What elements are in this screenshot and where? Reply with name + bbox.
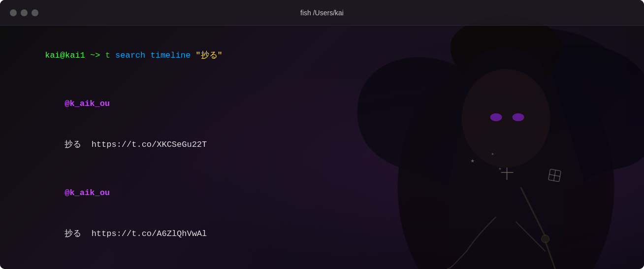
result-user-2: @k_aik_ou <box>64 188 110 198</box>
terminal-content[interactable]: kai@kai1 ~> t search timeline "抄る" @k_ai… <box>0 26 644 269</box>
prompt-user-1: kai@kai1 <box>45 51 85 60</box>
command-line-1: kai@kai1 ~> t search timeline "抄る" <box>15 35 629 76</box>
cmd-query: "抄る" <box>191 51 223 60</box>
minimize-button[interactable] <box>21 9 28 16</box>
cmd-search: search <box>110 51 145 60</box>
result-line-1: 抄る https://t.co/XKCSeGu22T <box>15 125 629 165</box>
window-title: fish /Users/kai <box>300 9 344 17</box>
prompt-arrow-1: ~> <box>85 51 105 60</box>
result-username-1: @k_aik_ou <box>15 84 629 124</box>
result-line-2: 抄る https://t.co/A6ZlQhVwAl <box>15 214 629 254</box>
terminal-window: ★ ★ ★ fish /Users/kai kai@kai1 ~> t sear… <box>0 0 644 269</box>
maximize-button[interactable] <box>32 9 38 16</box>
spacer-1 <box>15 77 629 84</box>
cmd-timeline: timeline <box>145 51 191 60</box>
spacer-2 <box>15 166 629 173</box>
result-url-1-link: https://t.co/XKCSeGu22T <box>92 140 207 149</box>
traffic-lights <box>10 9 38 16</box>
result-url-2 <box>81 229 91 238</box>
spacer-3 <box>15 255 629 262</box>
result-text-1: 抄る <box>64 140 81 149</box>
close-button[interactable] <box>10 9 17 16</box>
result-url-2-link: https://t.co/A6ZlQhVwAl <box>92 229 207 238</box>
cmd-t: t <box>105 51 110 60</box>
result-text-2: 抄る <box>64 229 81 238</box>
title-bar: fish /Users/kai <box>0 0 644 26</box>
result-url-1 <box>81 140 91 149</box>
result-username-2: @k_aik_ou <box>15 173 629 213</box>
result-user-1: @k_aik_ou <box>64 99 110 108</box>
command-line-2: kai@kai1 ~> <box>15 262 629 269</box>
